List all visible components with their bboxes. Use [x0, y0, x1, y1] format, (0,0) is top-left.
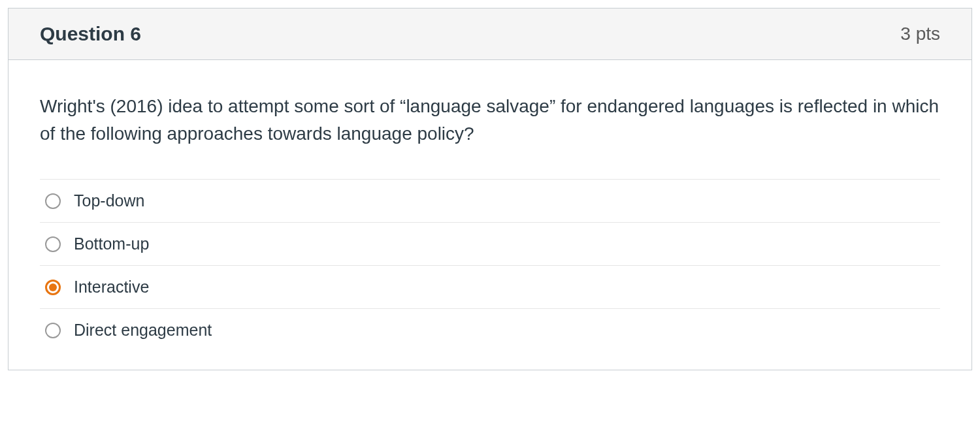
answer-option[interactable]: Bottom-up [40, 222, 940, 265]
answers-list: Top-down Bottom-up Interactive Direct en… [40, 179, 940, 351]
answer-label: Top-down [74, 191, 144, 210]
answer-option[interactable]: Interactive [40, 265, 940, 308]
question-body: Wright's (2016) idea to attempt some sor… [8, 60, 972, 370]
question-card: Question 6 3 pts Wright's (2016) idea to… [8, 8, 972, 370]
radio-inner-icon [49, 283, 57, 291]
question-title: Question 6 [40, 23, 141, 45]
radio-icon [45, 280, 61, 295]
answer-option[interactable]: Direct engagement [40, 308, 940, 351]
radio-icon [45, 236, 61, 252]
answer-label: Direct engagement [74, 321, 212, 340]
question-points: 3 pts [900, 24, 940, 44]
question-text: Wright's (2016) idea to attempt some sor… [40, 93, 940, 148]
radio-icon [45, 193, 61, 209]
answer-label: Interactive [74, 278, 149, 297]
answer-label: Bottom-up [74, 234, 149, 253]
question-header: Question 6 3 pts [8, 8, 972, 60]
answer-option[interactable]: Top-down [40, 179, 940, 222]
radio-icon [45, 323, 61, 338]
